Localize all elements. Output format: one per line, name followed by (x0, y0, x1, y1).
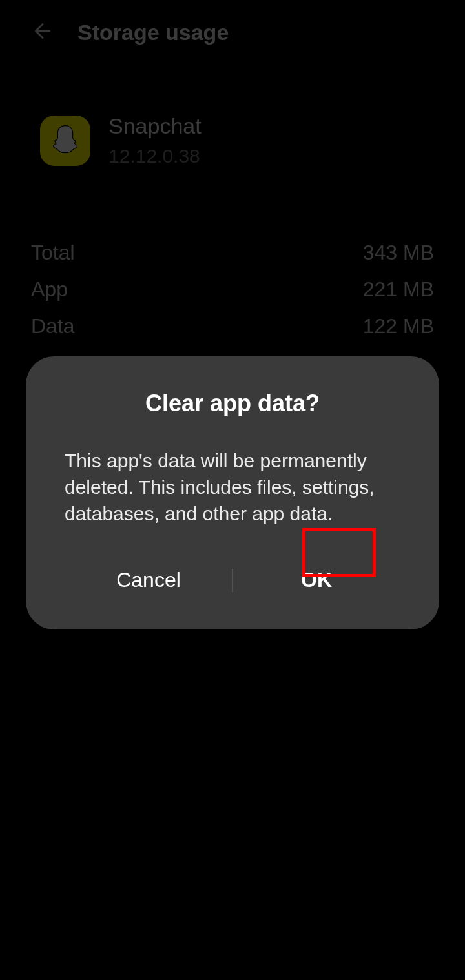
divider (232, 569, 233, 592)
cancel-button[interactable]: Cancel (65, 555, 232, 605)
dialog-actions: Cancel OK (65, 555, 400, 605)
dialog-title: Clear app data? (65, 390, 400, 417)
dialog-body: This app's data will be permanently dele… (65, 448, 400, 527)
modal-overlay: Clear app data? This app's data will be … (0, 0, 465, 980)
clear-data-dialog: Clear app data? This app's data will be … (26, 356, 439, 629)
ok-button[interactable]: OK (232, 555, 400, 605)
